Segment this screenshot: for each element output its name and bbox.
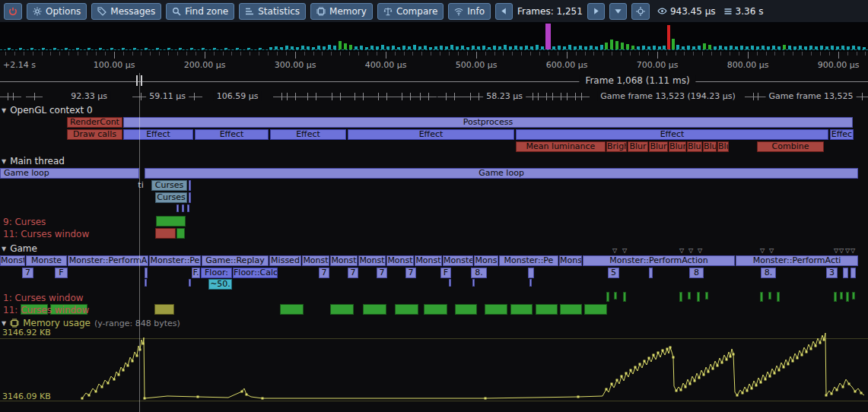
- zone-bar[interactable]: [529, 279, 532, 287]
- collapse-icon[interactable]: ▼: [2, 320, 6, 327]
- zone-bar[interactable]: Game loop: [0, 168, 139, 179]
- collapse-icon[interactable]: ▼: [2, 158, 6, 165]
- options-button[interactable]: Options: [27, 3, 87, 20]
- zone-bar[interactable]: Monster::PerformA: [68, 255, 148, 266]
- zone-bar[interactable]: F: [55, 268, 68, 278]
- zone-bar[interactable]: [623, 292, 626, 302]
- zone-bar[interactable]: Mons: [559, 255, 582, 266]
- zone-bar[interactable]: [688, 292, 691, 299]
- zone-bar[interactable]: Floor:: [201, 268, 232, 278]
- zone-bar[interactable]: 8.: [761, 268, 776, 278]
- zone-bar[interactable]: Monste: [0, 255, 25, 266]
- find-zone-button[interactable]: Find zone: [166, 3, 234, 20]
- zone-bar[interactable]: [145, 279, 147, 287]
- zone-bar[interactable]: 8.: [471, 268, 487, 278]
- zone-bar[interactable]: Blur: [628, 141, 648, 152]
- zone-bar[interactable]: Monster::Pe: [149, 255, 201, 266]
- next-frame-button[interactable]: [587, 3, 605, 20]
- compare-button[interactable]: Compare: [377, 3, 444, 20]
- zone-bar[interactable]: RenderCont: [67, 117, 122, 128]
- zone-bar[interactable]: [395, 304, 418, 315]
- zone-bar[interactable]: Blur: [669, 141, 686, 152]
- zone-bar[interactable]: 7: [22, 268, 33, 278]
- messages-button[interactable]: Messages: [91, 3, 161, 20]
- zone-bar[interactable]: 3: [826, 268, 838, 278]
- zone-bar[interactable]: Monst: [330, 255, 358, 266]
- zone-bar[interactable]: Monst: [386, 255, 414, 266]
- zone-bar[interactable]: Blur: [703, 141, 717, 152]
- collapse-icon[interactable]: ▼: [2, 246, 6, 252]
- time-ruler[interactable]: +2.14 s 100.00 µs200.00 µs300.00 µs400.0…: [0, 52, 868, 73]
- zone-bar[interactable]: Game::Replay: [202, 255, 269, 266]
- zone-bar[interactable]: Effect: [270, 129, 346, 140]
- zone-bar[interactable]: [156, 216, 186, 227]
- zone-bar[interactable]: [189, 279, 191, 287]
- zone-bar[interactable]: [606, 292, 609, 302]
- zone-bar[interactable]: Monster::PerformAction: [583, 255, 735, 266]
- zone-bar[interactable]: Effect: [516, 129, 828, 140]
- zone-bar[interactable]: [176, 228, 185, 239]
- zone-bar[interactable]: [584, 304, 607, 315]
- zone-bar[interactable]: Mean luminance: [516, 141, 606, 152]
- zone-bar[interactable]: Blur: [717, 141, 729, 152]
- zone-bar[interactable]: [424, 304, 447, 315]
- zone-bar[interactable]: Postprocess: [123, 117, 853, 128]
- zone-bar[interactable]: Mons: [474, 255, 498, 266]
- frame-band[interactable]: Frame 1,068 (1.11 ms): [0, 73, 868, 88]
- zone-bar[interactable]: Monst: [302, 255, 329, 266]
- zone-bar[interactable]: 8: [689, 268, 704, 278]
- zone-bar[interactable]: 7: [405, 268, 416, 278]
- zone-bar[interactable]: 7: [377, 268, 387, 278]
- zone-bar[interactable]: [834, 292, 837, 302]
- zone-bar[interactable]: Blur: [687, 141, 702, 152]
- zone-bar[interactable]: [182, 204, 184, 212]
- zone-bar[interactable]: [145, 268, 148, 278]
- zone-bar[interactable]: Effect: [348, 129, 514, 140]
- zone-bar[interactable]: Game loop: [145, 168, 858, 179]
- zone-bar[interactable]: ti: [135, 180, 146, 191]
- zone-bar[interactable]: [176, 204, 179, 212]
- zone-bar[interactable]: Curses: [155, 192, 187, 203]
- zone-bar[interactable]: Curses: [151, 180, 187, 191]
- zone-bar[interactable]: [363, 304, 386, 315]
- zone-bar[interactable]: 7: [348, 268, 358, 278]
- zone-bar[interactable]: [510, 304, 533, 315]
- frame-histogram[interactable]: [0, 23, 868, 52]
- zone-bar[interactable]: ~50.: [208, 279, 232, 290]
- zone-bar[interactable]: [449, 279, 451, 287]
- zone-bar[interactable]: Draw calls: [67, 129, 122, 140]
- zone-bar[interactable]: [155, 228, 176, 239]
- zone-bar[interactable]: Combine: [757, 141, 824, 152]
- zone-bar[interactable]: [560, 304, 582, 315]
- zone-bar[interactable]: [843, 268, 848, 278]
- zone-bar[interactable]: [851, 268, 856, 278]
- zone-bar[interactable]: [768, 292, 771, 299]
- zone-bar[interactable]: F.: [192, 268, 200, 278]
- zone-bar[interactable]: Monst: [358, 255, 386, 266]
- zone-bar[interactable]: Missed: [269, 255, 301, 266]
- zone-bar[interactable]: 7: [319, 268, 329, 278]
- zone-bar[interactable]: [187, 204, 189, 212]
- zone-bar[interactable]: [705, 292, 708, 299]
- zone-bar[interactable]: [189, 192, 191, 203]
- zone-bar[interactable]: [528, 268, 534, 278]
- zone-bar[interactable]: Effect: [195, 129, 269, 140]
- zone-bar[interactable]: F: [440, 268, 451, 278]
- zone-bar[interactable]: [852, 292, 855, 299]
- zone-bar[interactable]: [679, 292, 682, 302]
- zone-bar[interactable]: 5: [608, 268, 619, 278]
- zone-bar[interactable]: [154, 304, 174, 315]
- subframe-band[interactable]: 92.33 µs59.11 µs106.59 µs58.23 µsGame fr…: [0, 89, 868, 103]
- info-button[interactable]: Info: [448, 3, 491, 20]
- zone-bar[interactable]: [189, 180, 191, 191]
- zone-bar[interactable]: [777, 292, 780, 302]
- zone-bar[interactable]: [697, 292, 700, 302]
- zone-bar[interactable]: [760, 292, 763, 302]
- zone-bar[interactable]: Floor::Calc: [233, 268, 278, 278]
- zone-bar[interactable]: [485, 304, 507, 315]
- zone-bar[interactable]: [536, 304, 558, 315]
- zone-bar[interactable]: Blur: [649, 141, 668, 152]
- zone-bar[interactable]: [472, 279, 475, 287]
- zone-bar[interactable]: [330, 304, 354, 315]
- zone-bar[interactable]: Monster::PerformActi: [736, 255, 858, 266]
